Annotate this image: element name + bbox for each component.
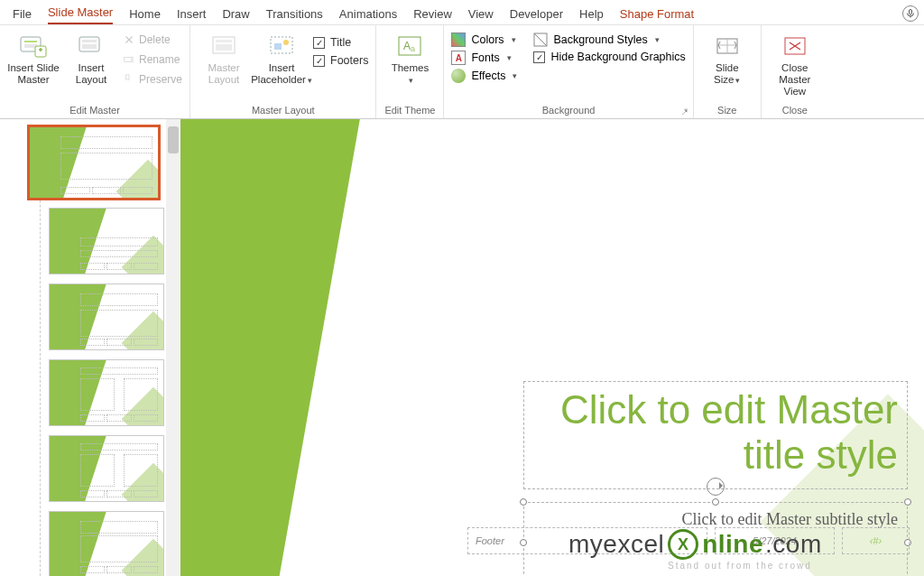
thumbnail-layout-5[interactable] — [49, 511, 164, 576]
title-placeholder-text: Click to edit Master title style — [560, 387, 898, 477]
thumbnail-scrollbar[interactable] — [166, 119, 180, 576]
slide-size-label: Slide Size▾ — [701, 62, 753, 86]
footer-text-label: Footer — [476, 535, 504, 546]
handle-top-left[interactable] — [520, 498, 527, 506]
group-size: Slide Size▾ Size — [694, 25, 762, 118]
preserve-button: Preserve — [123, 70, 182, 88]
delete-button: Delete — [123, 31, 182, 49]
theme-shape-left — [180, 119, 379, 576]
master-layout-icon — [208, 33, 239, 60]
themes-button[interactable]: Aa Themes▾ — [383, 29, 436, 86]
tab-home[interactable]: Home — [129, 4, 161, 24]
footers-checkbox[interactable]: ✓ Footers — [313, 54, 368, 67]
slide-size-button[interactable]: Slide Size▾ — [701, 29, 753, 86]
svg-rect-10 — [216, 40, 232, 42]
group-edit-master: Insert Slide Master Insert Layout Delete… — [0, 25, 190, 118]
background-styles-button[interactable]: Background Styles▾ — [533, 33, 685, 47]
footer-text-placeholder[interactable]: Footer — [467, 527, 707, 554]
thumbnail-layout-2[interactable] — [49, 283, 164, 350]
group-master-layout: Master Layout Insert Placeholder▾ ✓ Titl… — [190, 25, 376, 118]
insert-slide-master-label: Insert Slide Master — [7, 62, 60, 86]
svg-rect-7 — [82, 44, 97, 49]
tab-draw[interactable]: Draw — [222, 4, 249, 24]
slide-size-icon — [712, 33, 743, 60]
group-close: Close Master View Close — [762, 25, 828, 118]
date-label: 5/27/2024 — [753, 535, 797, 546]
preserve-label: Preserve — [139, 73, 182, 86]
title-checkbox[interactable]: ✓ Title — [313, 36, 368, 49]
effects-icon — [451, 69, 466, 83]
insert-layout-label: Insert Layout — [65, 62, 117, 86]
group-background: Colors▾ A Fonts▾ Effects▾ Background Sty… — [444, 25, 693, 118]
tab-review[interactable]: Review — [413, 4, 452, 24]
title-placeholder[interactable]: Click to edit Master title style — [523, 381, 908, 489]
svg-point-14 — [283, 40, 289, 45]
delete-icon — [123, 33, 135, 46]
tab-help[interactable]: Help — [579, 4, 604, 24]
themes-label: Themes▾ — [392, 62, 430, 86]
layout-icon — [76, 33, 106, 60]
tab-insert[interactable]: Insert — [177, 4, 207, 24]
fonts-label: Fonts — [471, 51, 499, 64]
close-master-view-button[interactable]: Close Master View — [769, 29, 821, 98]
tab-view[interactable]: View — [468, 4, 494, 24]
ribbon-tabbar: File Slide Master Home Insert Draw Trans… — [0, 0, 924, 25]
colors-button[interactable]: Colors▾ — [451, 33, 517, 47]
thumbnail-layout-3[interactable] — [49, 359, 164, 426]
group-label-background: Background — [451, 104, 685, 116]
footers-checkbox-label: Footers — [330, 54, 368, 67]
rotate-handle[interactable] — [707, 478, 725, 496]
thumbnail-master[interactable] — [29, 126, 159, 199]
checkbox-icon: ✓ — [313, 37, 325, 49]
background-styles-icon — [533, 33, 548, 47]
rename-label: Rename — [139, 53, 180, 66]
svg-rect-0 — [910, 10, 912, 15]
insert-placeholder-button[interactable]: Insert Placeholder▾ — [255, 29, 308, 86]
close-icon — [780, 33, 810, 60]
svg-rect-11 — [216, 44, 232, 51]
checkbox-icon: ✓ — [533, 51, 545, 63]
date-placeholder[interactable]: 5/27/2024 — [715, 527, 835, 554]
group-edit-theme: Aa Themes▾ Edit Theme — [376, 25, 444, 118]
svg-rect-8 — [125, 58, 132, 62]
fonts-icon: A — [451, 51, 466, 65]
title-checkbox-label: Title — [330, 36, 351, 49]
insert-layout-button[interactable]: Insert Layout — [65, 29, 117, 86]
preserve-icon — [123, 73, 135, 86]
hide-bg-checkbox[interactable]: ✓ Hide Background Graphics — [533, 51, 685, 63]
slide-number-placeholder[interactable]: ‹#› — [842, 527, 910, 554]
tab-shape-format[interactable]: Shape Format — [620, 4, 694, 24]
background-styles-label: Background Styles — [553, 33, 647, 46]
footer-placeholders: Footer 5/27/2024 ‹#› — [467, 527, 910, 554]
background-dialog-launcher[interactable]: ⭷ — [680, 107, 689, 116]
hide-bg-label: Hide Background Graphics — [550, 51, 685, 63]
slide-canvas[interactable]: Click to edit Master title style Click t… — [180, 119, 924, 576]
tab-animations[interactable]: Animations — [339, 4, 397, 24]
slide-number-label: ‹#› — [870, 535, 882, 546]
mic-icon[interactable] — [902, 5, 919, 22]
master-layout-button: Master Layout — [198, 29, 250, 86]
group-label-close: Close — [769, 104, 821, 116]
effects-label: Effects — [471, 70, 505, 82]
handle-top-mid[interactable] — [712, 498, 719, 506]
delete-label: Delete — [139, 33, 171, 46]
tab-transitions[interactable]: Transitions — [266, 4, 323, 24]
tab-slide-master[interactable]: Slide Master — [48, 2, 113, 24]
thumbnail-layout-1[interactable] — [49, 208, 164, 274]
themes-icon: Aa — [394, 33, 425, 60]
slide-master-icon — [18, 33, 49, 60]
group-label-edit-master: Edit Master — [7, 104, 182, 116]
handle-top-right[interactable] — [904, 498, 911, 506]
thumbnail-layout-4[interactable] — [49, 435, 164, 502]
tab-developer[interactable]: Developer — [510, 4, 563, 24]
colors-label: Colors — [471, 33, 504, 46]
thumbnail-panel — [0, 119, 180, 576]
svg-text:A: A — [403, 40, 411, 52]
insert-slide-master-button[interactable]: Insert Slide Master — [7, 29, 60, 86]
svg-rect-6 — [82, 40, 97, 42]
effects-button[interactable]: Effects▾ — [451, 69, 517, 83]
rename-icon — [123, 53, 135, 66]
tab-file[interactable]: File — [13, 4, 32, 24]
scrollbar-thumb[interactable] — [168, 126, 179, 153]
fonts-button[interactable]: A Fonts▾ — [451, 51, 517, 65]
